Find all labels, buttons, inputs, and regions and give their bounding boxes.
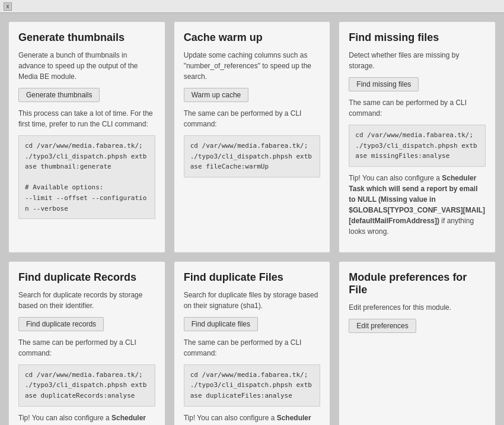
card-title-module-preferences: Module preferences for File: [349, 271, 486, 296]
cli-code-generate-thumbnails: cd /var/www/media.fabarea.tk/; ./typo3/c…: [25, 141, 149, 214]
tip-find-missing-files: Tip! You can also configure a Scheduler …: [349, 173, 486, 237]
cli-block-find-missing-files: cd /var/www/media.fabarea.tk/; ./typo3/c…: [349, 125, 486, 167]
card-cache-warm-up: Cache warm up Update some caching column…: [174, 21, 331, 253]
main-content: Generate thumbnails Generate a bunch of …: [0, 13, 504, 425]
card-title-find-duplicate-files: Find duplicate Files: [184, 271, 321, 284]
card-title-generate-thumbnails: Generate thumbnails: [18, 31, 155, 44]
card-description-find-duplicate-records: Search for duplicate records by storage …: [18, 290, 155, 311]
generate-thumbnails-button[interactable]: Generate thumbnails: [18, 88, 100, 102]
card-description-cache-warm-up: Update some caching columns such as "num…: [184, 50, 321, 82]
card-tip-prefix-generate-thumbnails: This process can take a lot of time. For…: [18, 108, 155, 129]
cli-code-find-duplicate-files: cd /var/www/media.fabarea.tk/; ./typo3/c…: [190, 370, 314, 401]
cli-code-find-duplicate-records: cd /var/www/media.fabarea.tk/; ./typo3/c…: [25, 370, 149, 401]
cli-block-generate-thumbnails: cd /var/www/media.fabarea.tk/; ./typo3/c…: [18, 135, 155, 219]
cli-label-find-duplicate-records: The same can be performed by a CLI comma…: [18, 337, 155, 359]
close-button[interactable]: x: [4, 2, 12, 11]
cli-block-cache-warm-up: cd /var/www/media.fabarea.tk/; ./typo3/c…: [184, 135, 321, 177]
cli-block-find-duplicate-files: cd /var/www/media.fabarea.tk/; ./typo3/c…: [184, 364, 321, 407]
card-generate-thumbnails: Generate thumbnails Generate a bunch of …: [8, 21, 165, 253]
find-missing-files-button[interactable]: Find missing files: [349, 77, 419, 91]
edit-preferences-button[interactable]: Edit preferences: [349, 319, 416, 333]
cli-code-find-missing-files: cd /var/www/media.fabarea.tk/; ./typo3/c…: [355, 130, 479, 161]
card-find-duplicate-files: Find duplicate Files Search for duplicat…: [174, 261, 331, 425]
card-description-find-missing-files: Detect whether files are missing by stor…: [349, 50, 486, 71]
card-title-find-missing-files: Find missing files: [349, 31, 486, 44]
card-title-find-duplicate-records: Find duplicate Records: [18, 271, 155, 284]
card-description-find-duplicate-files: Search for duplicate files by storage ba…: [184, 290, 321, 311]
card-description-generate-thumbnails: Generate a bunch of thumbnails in advanc…: [18, 50, 155, 82]
tip-find-duplicate-records: Tip! You can also configure a Scheduler …: [18, 413, 155, 425]
card-title-cache-warm-up: Cache warm up: [184, 31, 321, 44]
card-module-preferences: Module preferences for File Edit prefere…: [339, 261, 496, 425]
title-bar: x: [0, 0, 504, 13]
card-find-duplicate-records: Find duplicate Records Search for duplic…: [8, 261, 165, 425]
card-description-module-preferences: Edit preferences for this module.: [349, 302, 486, 313]
find-duplicate-files-button[interactable]: Find duplicate files: [184, 317, 258, 331]
cli-block-find-duplicate-records: cd /var/www/media.fabarea.tk/; ./typo3/c…: [18, 364, 155, 407]
warm-up-cache-button[interactable]: Warm up cache: [184, 88, 249, 102]
cli-label-find-duplicate-files: The same can be performed by a CLI comma…: [184, 337, 321, 359]
cli-label-find-missing-files: The same can be performed by a CLI comma…: [349, 97, 486, 119]
cli-code-cache-warm-up: cd /var/www/media.fabarea.tk/; ./typo3/c…: [190, 141, 314, 172]
tip-find-duplicate-files: Tip! You can also configure a Scheduler …: [184, 413, 321, 425]
find-duplicate-records-button[interactable]: Find duplicate records: [18, 317, 104, 331]
card-find-missing-files: Find missing files Detect whether files …: [339, 21, 496, 253]
cli-label-cache-warm-up: The same can be performed by a CLI comma…: [184, 108, 321, 129]
